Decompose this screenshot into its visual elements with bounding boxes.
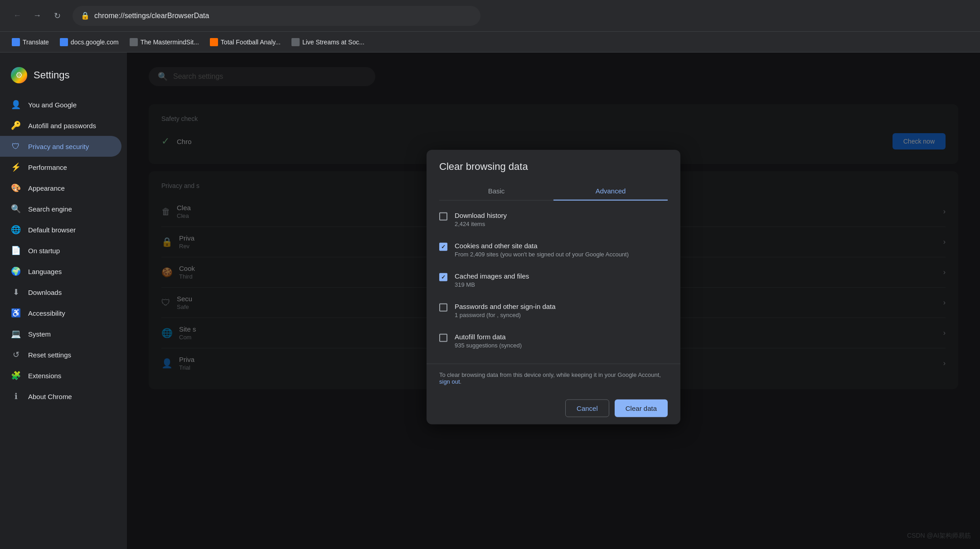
sidebar-item-label: Extensions xyxy=(28,372,61,380)
bookmark-label: Total Football Analy... xyxy=(221,39,281,46)
sidebar-item-reset[interactable]: ↺ Reset settings xyxy=(0,344,121,365)
autofill-checkbox[interactable] xyxy=(439,334,447,342)
address-bar[interactable]: 🔒 chrome://settings/clearBrowserData xyxy=(73,6,480,26)
checkbox-item-site-settings[interactable]: Site settings 51 sites xyxy=(427,356,680,364)
passwords-checkbox[interactable] xyxy=(439,303,447,312)
downloads-icon: ⬇ xyxy=(11,287,21,297)
forward-button[interactable]: → xyxy=(29,8,45,24)
checkbox-label: Site settings xyxy=(455,363,492,364)
sidebar-item-label: You and Google xyxy=(28,101,77,109)
main-area: ⚙ Settings 👤 You and Google 🔑 Autofill a… xyxy=(0,53,980,549)
sidebar: ⚙ Settings 👤 You and Google 🔑 Autofill a… xyxy=(0,53,127,549)
bookmarks-bar: Translate docs.google.com The Mastermind… xyxy=(0,32,980,53)
checkbox-item-cached[interactable]: Cached images and files 319 MB xyxy=(427,265,680,295)
sidebar-item-on-startup[interactable]: 📄 On startup xyxy=(0,240,121,261)
checkbox-label: Autofill form data xyxy=(455,333,522,341)
sidebar-item-privacy[interactable]: 🛡 Privacy and security xyxy=(0,136,121,157)
bookmark-favicon xyxy=(210,38,218,46)
tab-advanced[interactable]: Advanced xyxy=(553,182,668,200)
checkbox-item-cookies[interactable]: Cookies and other site data From 2,409 s… xyxy=(427,235,680,265)
checkbox-sublabel: 2,424 items xyxy=(455,221,507,227)
sidebar-item-autofill[interactable]: 🔑 Autofill and passwords xyxy=(0,115,121,136)
checkbox-label: Passwords and other sign-in data xyxy=(455,303,556,310)
checkbox-item-download-history[interactable]: Download history 2,424 items xyxy=(427,204,680,235)
sidebar-header: ⚙ Settings xyxy=(0,60,127,91)
performance-icon: ⚡ xyxy=(11,162,21,172)
sidebar-item-downloads[interactable]: ⬇ Downloads xyxy=(0,282,121,303)
extensions-icon: 🧩 xyxy=(11,371,21,380)
bookmark-favicon xyxy=(60,38,68,46)
system-icon: 💻 xyxy=(11,329,21,339)
sidebar-item-system[interactable]: 💻 System xyxy=(0,323,121,344)
sidebar-item-accessibility[interactable]: ♿ Accessibility xyxy=(0,303,121,323)
checkbox-sublabel: 1 password (for , synced) xyxy=(455,312,556,318)
modal-header: Clear browsing data Basic Advanced xyxy=(427,150,680,201)
languages-icon: 🌍 xyxy=(11,266,21,276)
cancel-button[interactable]: Cancel xyxy=(565,400,609,417)
clear-browsing-data-modal: Clear browsing data Basic Advanced Downl… xyxy=(427,150,680,424)
download-history-checkbox[interactable] xyxy=(439,212,447,221)
checkbox-sublabel: 935 suggestions (synced) xyxy=(455,342,522,349)
checkbox-content: Site settings 51 sites xyxy=(455,363,492,364)
sign-out-link[interactable]: sign out xyxy=(439,378,460,385)
sidebar-item-performance[interactable]: ⚡ Performance xyxy=(0,157,121,178)
sidebar-item-extensions[interactable]: 🧩 Extensions xyxy=(0,365,121,386)
browser-chrome: ← → ↻ 🔒 chrome://settings/clearBrowserDa… xyxy=(0,0,980,32)
sidebar-item-label: Default browser xyxy=(28,226,76,234)
checkbox-label: Cookies and other site data xyxy=(455,242,629,250)
search-engine-icon: 🔍 xyxy=(11,204,21,214)
checkbox-content: Autofill form data 935 suggestions (sync… xyxy=(455,333,522,349)
sidebar-item-label: Search engine xyxy=(28,205,72,213)
sidebar-item-about[interactable]: ℹ About Chrome xyxy=(0,386,121,407)
sidebar-item-appearance[interactable]: 🎨 Appearance xyxy=(0,178,121,198)
sidebar-item-label: Accessibility xyxy=(28,309,65,317)
checkbox-content: Cached images and files 319 MB xyxy=(455,272,529,288)
cached-checkbox[interactable] xyxy=(439,273,447,281)
bookmark-label: The MastermindSit... xyxy=(141,39,199,46)
modal-title: Clear browsing data xyxy=(439,161,668,173)
sidebar-item-default-browser[interactable]: 🌐 Default browser xyxy=(0,219,121,240)
modal-actions: Cancel Clear data xyxy=(427,392,680,424)
cookies-checkbox[interactable] xyxy=(439,243,447,251)
sidebar-item-label: Appearance xyxy=(28,184,65,192)
lock-icon: 🔒 xyxy=(81,11,90,20)
checkbox-item-autofill[interactable]: Autofill form data 935 suggestions (sync… xyxy=(427,326,680,356)
sidebar-item-you-and-google[interactable]: 👤 You and Google xyxy=(0,94,121,115)
sidebar-item-label: Autofill and passwords xyxy=(28,122,96,130)
back-button[interactable]: ← xyxy=(9,8,25,24)
sidebar-item-label: About Chrome xyxy=(28,393,72,400)
startup-icon: 📄 xyxy=(11,246,21,255)
checkbox-item-passwords[interactable]: Passwords and other sign-in data 1 passw… xyxy=(427,295,680,326)
checkbox-label: Download history xyxy=(455,212,507,219)
about-icon: ℹ xyxy=(11,391,21,401)
reset-icon: ↺ xyxy=(11,350,21,360)
tab-basic[interactable]: Basic xyxy=(439,182,553,200)
bookmark-favicon xyxy=(12,38,20,46)
checkbox-content: Cookies and other site data From 2,409 s… xyxy=(455,242,629,258)
sidebar-item-search-engine[interactable]: 🔍 Search engine xyxy=(0,198,121,219)
reload-button[interactable]: ↻ xyxy=(49,8,65,24)
sidebar-item-label: On startup xyxy=(28,247,60,255)
key-icon: 🔑 xyxy=(11,120,21,130)
bookmark-docs[interactable]: docs.google.com xyxy=(55,36,123,48)
person-icon: 👤 xyxy=(11,100,21,110)
shield-icon: 🛡 xyxy=(11,141,21,151)
settings-logo: ⚙ xyxy=(11,67,27,83)
sidebar-title: Settings xyxy=(34,69,70,81)
sidebar-item-label: Privacy and security xyxy=(28,143,89,150)
checkbox-content: Download history 2,424 items xyxy=(455,212,507,227)
bookmark-label: docs.google.com xyxy=(71,39,119,46)
bookmark-mastermind[interactable]: The MastermindSit... xyxy=(125,36,204,48)
sidebar-item-label: Performance xyxy=(28,164,67,171)
sidebar-item-label: Reset settings xyxy=(28,351,71,359)
bookmark-favicon xyxy=(130,38,138,46)
sidebar-item-label: Languages xyxy=(28,268,62,275)
sidebar-item-languages[interactable]: 🌍 Languages xyxy=(0,261,121,282)
bookmark-label: Translate xyxy=(23,39,49,46)
appearance-icon: 🎨 xyxy=(11,183,21,193)
bookmark-translate[interactable]: Translate xyxy=(7,36,53,48)
clear-data-button[interactable]: Clear data xyxy=(615,400,668,417)
bookmark-football[interactable]: Total Football Analy... xyxy=(205,36,285,48)
modal-footer-info: To clear browsing data from this device … xyxy=(427,364,680,392)
bookmark-livestreams[interactable]: Live Streams at Soc... xyxy=(287,36,369,48)
